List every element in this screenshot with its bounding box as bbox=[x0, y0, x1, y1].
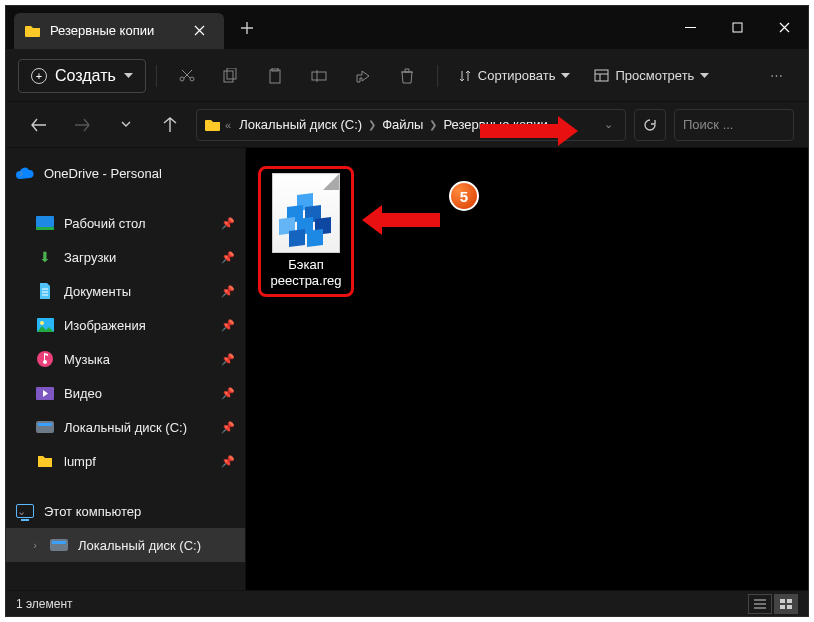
sidebar-item-downloads[interactable]: ⬇Загрузки📌 bbox=[6, 240, 245, 274]
arrow-up-icon bbox=[163, 117, 177, 132]
more-button[interactable]: ⋯ bbox=[756, 59, 796, 93]
pin-icon: 📌 bbox=[221, 251, 235, 264]
rename-button[interactable] bbox=[299, 59, 339, 93]
annotation-arrow bbox=[380, 213, 440, 227]
pc-icon bbox=[16, 502, 34, 520]
svg-point-10 bbox=[40, 321, 44, 325]
file-name: Бэкап реестра.reg bbox=[270, 257, 341, 290]
up-button[interactable] bbox=[152, 107, 188, 143]
close-window-button[interactable] bbox=[761, 12, 808, 44]
disk-icon bbox=[50, 536, 68, 554]
breadcrumb-segment[interactable]: Файлы bbox=[376, 117, 429, 132]
sidebar-item-label: Документы bbox=[64, 284, 131, 299]
nav-sidebar: › OneDrive - Personal Рабочий стол📌 ⬇Заг… bbox=[6, 148, 246, 590]
copy-button[interactable] bbox=[211, 59, 251, 93]
chevron-down-icon bbox=[700, 73, 709, 79]
pin-icon: 📌 bbox=[221, 217, 235, 230]
details-view-button[interactable] bbox=[748, 594, 772, 614]
downloads-icon: ⬇ bbox=[36, 248, 54, 266]
icons-view-button[interactable] bbox=[774, 594, 798, 614]
documents-icon bbox=[36, 282, 54, 300]
pin-icon: 📌 bbox=[221, 319, 235, 332]
sort-button[interactable]: Сортировать bbox=[448, 59, 581, 93]
icons-icon bbox=[780, 599, 792, 609]
sidebar-item-label: Музыка bbox=[64, 352, 110, 367]
refresh-button[interactable] bbox=[634, 109, 666, 141]
paste-button[interactable] bbox=[255, 59, 295, 93]
music-icon bbox=[36, 350, 54, 368]
forward-button[interactable] bbox=[64, 107, 100, 143]
breadcrumb-root[interactable]: « bbox=[203, 118, 233, 132]
delete-button[interactable] bbox=[387, 59, 427, 93]
folder-icon bbox=[24, 22, 42, 40]
sidebar-item-music[interactable]: Музыка📌 bbox=[6, 342, 245, 376]
new-tab-button[interactable] bbox=[228, 9, 266, 47]
arrow-left-icon bbox=[31, 118, 46, 132]
cut-button[interactable] bbox=[167, 59, 207, 93]
file-item[interactable]: Бэкап реестра.reg bbox=[258, 166, 354, 297]
sidebar-item-label: Видео bbox=[64, 386, 102, 401]
maximize-button[interactable] bbox=[714, 12, 761, 44]
sidebar-item-video[interactable]: Видео📌 bbox=[6, 376, 245, 410]
sidebar-item-disk-c[interactable]: ›Локальный диск (C:) bbox=[6, 528, 245, 562]
sidebar-item-onedrive[interactable]: › OneDrive - Personal bbox=[6, 156, 245, 190]
pin-icon: 📌 bbox=[221, 455, 235, 468]
chevron-right-icon: › bbox=[14, 167, 28, 179]
address-bar: « Локальный диск (C:) ❯ Файлы ❯ Резервны… bbox=[6, 102, 808, 148]
sidebar-item-label: Локальный диск (C:) bbox=[64, 420, 187, 435]
plus-icon bbox=[241, 22, 253, 34]
tab-title: Резервные копии bbox=[50, 23, 176, 38]
tab-close-button[interactable] bbox=[184, 16, 214, 46]
svg-rect-8 bbox=[36, 227, 54, 230]
window-controls bbox=[667, 12, 808, 44]
sidebar-item-pictures[interactable]: Изображения📌 bbox=[6, 308, 245, 342]
close-icon bbox=[779, 22, 790, 33]
paste-icon bbox=[268, 68, 282, 84]
rename-icon bbox=[311, 69, 327, 83]
new-button-label: Создать bbox=[55, 67, 116, 85]
body: › OneDrive - Personal Рабочий стол📌 ⬇Заг… bbox=[6, 148, 808, 590]
item-count: 1 элемент bbox=[16, 597, 73, 611]
chevron-down-icon bbox=[121, 121, 131, 128]
plus-circle-icon: + bbox=[31, 68, 47, 84]
chevron-down-icon bbox=[124, 73, 133, 79]
view-toggle bbox=[748, 594, 798, 614]
svg-rect-14 bbox=[787, 599, 792, 603]
breadcrumb-segment[interactable]: Локальный диск (C:) bbox=[233, 117, 368, 132]
arrow-right-icon bbox=[75, 118, 90, 132]
share-button[interactable] bbox=[343, 59, 383, 93]
svg-rect-15 bbox=[780, 605, 785, 609]
svg-rect-1 bbox=[224, 71, 233, 82]
folder-icon bbox=[205, 118, 221, 132]
tab-active[interactable]: Резервные копии bbox=[14, 13, 224, 49]
sort-label: Сортировать bbox=[478, 68, 556, 83]
pin-icon: 📌 bbox=[221, 387, 235, 400]
separator bbox=[156, 65, 157, 87]
back-button[interactable] bbox=[20, 107, 56, 143]
copy-icon bbox=[223, 68, 238, 83]
sidebar-item-desktop[interactable]: Рабочий стол📌 bbox=[6, 206, 245, 240]
view-label: Просмотреть bbox=[615, 68, 694, 83]
sort-icon bbox=[458, 69, 472, 83]
new-button[interactable]: + Создать bbox=[18, 59, 146, 93]
sidebar-item-documents[interactable]: Документы📌 bbox=[6, 274, 245, 308]
sidebar-item-disk[interactable]: Локальный диск (C:)📌 bbox=[6, 410, 245, 444]
refresh-icon bbox=[643, 118, 657, 132]
folder-icon bbox=[36, 452, 54, 470]
desktop-icon bbox=[36, 214, 54, 232]
file-list[interactable]: Бэкап реестра.reg 5 bbox=[246, 148, 808, 590]
sidebar-item-label: Рабочий стол bbox=[64, 216, 146, 231]
view-button[interactable]: Просмотреть bbox=[584, 59, 719, 93]
sidebar-item-this-pc[interactable]: ⌄Этот компьютер bbox=[6, 494, 245, 528]
pin-icon: 📌 bbox=[221, 285, 235, 298]
recent-button[interactable] bbox=[108, 107, 144, 143]
titlebar: Резервные копии bbox=[6, 6, 808, 50]
explorer-window: Резервные копии + Создать С bbox=[5, 5, 809, 617]
sidebar-item-label: Изображения bbox=[64, 318, 146, 333]
sidebar-item-folder[interactable]: lumpf📌 bbox=[6, 444, 245, 478]
minimize-button[interactable] bbox=[667, 12, 714, 44]
search-input[interactable]: Поиск ... bbox=[674, 109, 794, 141]
annotation-step-badge: 5 bbox=[449, 181, 479, 211]
chevron-down-icon[interactable]: ⌄ bbox=[598, 118, 619, 131]
svg-rect-0 bbox=[733, 23, 742, 32]
